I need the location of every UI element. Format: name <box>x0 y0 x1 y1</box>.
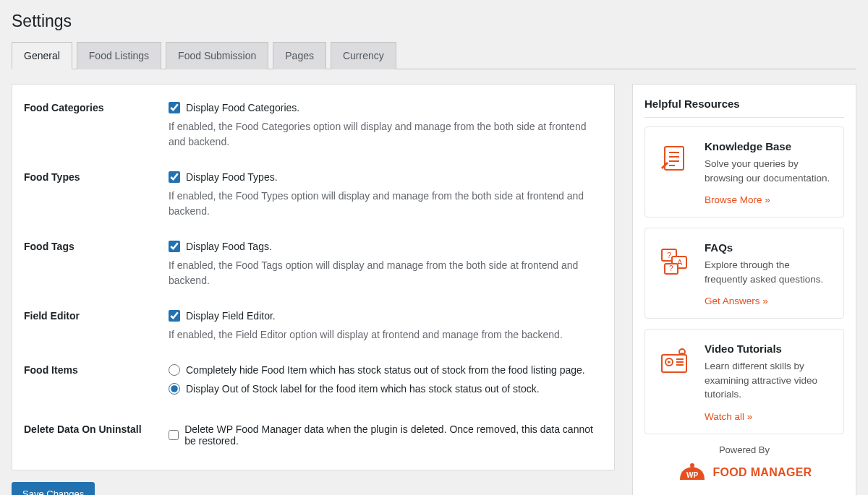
label-food-tags: Food Tags <box>24 241 169 288</box>
card-link-browse-more[interactable]: Browse More » <box>705 194 770 205</box>
radio-label-food-items-label: Display Out of Stock label for the food … <box>186 383 540 395</box>
checkbox-food-tags[interactable] <box>169 241 180 252</box>
label-field-editor: Field Editor <box>24 310 169 343</box>
svg-text:WP: WP <box>686 471 697 479</box>
card-desc: Learn different skills by examining attr… <box>705 359 833 402</box>
tab-pages[interactable]: Pages <box>273 42 326 69</box>
brand-text: FOOD MANAGER <box>713 466 812 479</box>
setting-field-editor: Field Editor Display Field Editor. If en… <box>24 310 595 343</box>
checkbox-label-food-types: Display Food Types. <box>186 171 278 183</box>
card-knowledge-base: Knowledge Base Solve your queries by bro… <box>644 126 844 218</box>
settings-panel: Food Categories Display Food Categories.… <box>12 84 615 470</box>
svg-text:?: ? <box>669 264 673 272</box>
checkbox-food-types[interactable] <box>169 171 180 183</box>
card-link-watch-all[interactable]: Watch all » <box>705 411 752 422</box>
radio-food-items-hide[interactable] <box>169 364 180 376</box>
label-food-categories: Food Categories <box>24 102 169 150</box>
desc-food-types: If enabled, the Food Types option will d… <box>169 189 595 219</box>
checkbox-field-editor[interactable] <box>169 310 180 322</box>
card-video-tutorials: Video Tutorials Learn different skills b… <box>644 329 844 434</box>
checkbox-label-food-tags: Display Food Tags. <box>186 241 272 252</box>
sidebar: Helpful Resources Knowledge Base Solve y… <box>632 84 856 495</box>
desc-food-tags: If enabled, the Food Tags option will di… <box>169 258 595 288</box>
checkbox-delete-data[interactable] <box>169 429 179 441</box>
desc-food-categories: If enabled, the Food Categories option w… <box>169 119 595 150</box>
sidebar-heading: Helpful Resources <box>644 98 844 118</box>
settings-tabs: General Food Listings Food Submission Pa… <box>12 41 856 69</box>
label-delete-data: Delete Data On Uninstall <box>24 423 169 452</box>
radio-label-food-items-hide: Completely hide Food Item which has stoc… <box>186 364 585 376</box>
card-title: Video Tutorials <box>705 343 833 355</box>
brand-badge-icon: WP <box>677 461 707 484</box>
checkbox-label-food-categories: Display Food Categories. <box>186 102 299 113</box>
card-title: FAQs <box>705 241 833 254</box>
tab-currency[interactable]: Currency <box>331 42 396 69</box>
svg-rect-0 <box>665 147 684 170</box>
powered-by-text: Powered By <box>644 444 844 455</box>
label-food-types: Food Types <box>24 171 169 219</box>
svg-point-17 <box>690 463 694 468</box>
card-faqs: ? A ? FAQs Explore through the frequentl… <box>644 228 844 319</box>
checkbox-label-delete-data: Delete WP Food Manager data when the plu… <box>184 423 595 447</box>
document-icon <box>655 140 693 178</box>
brand-logo: WP FOOD MANAGER <box>644 461 844 484</box>
video-icon <box>655 343 693 380</box>
label-food-items: Food Items <box>24 364 169 402</box>
card-desc: Solve your queries by browsing our docum… <box>705 157 833 185</box>
setting-food-tags: Food Tags Display Food Tags. If enabled,… <box>24 241 595 288</box>
card-title: Knowledge Base <box>705 140 833 152</box>
desc-field-editor: If enabled, the Field Editor option will… <box>169 327 595 343</box>
tab-food-listings[interactable]: Food Listings <box>77 42 161 69</box>
chat-icon: ? A ? <box>655 241 693 279</box>
svg-text:?: ? <box>667 251 671 259</box>
tab-food-submission[interactable]: Food Submission <box>166 42 268 69</box>
setting-delete-data: Delete Data On Uninstall Delete WP Food … <box>24 423 595 452</box>
setting-food-items: Food Items Completely hide Food Item whi… <box>24 364 595 402</box>
setting-food-categories: Food Categories Display Food Categories.… <box>24 102 595 150</box>
setting-food-types: Food Types Display Food Types. If enable… <box>24 171 595 219</box>
checkbox-label-field-editor: Display Field Editor. <box>186 310 276 322</box>
radio-food-items-label[interactable] <box>169 383 180 395</box>
checkbox-food-categories[interactable] <box>169 102 180 113</box>
save-changes-button[interactable]: Save Changes <box>12 482 95 495</box>
card-desc: Explore through the frequently asked que… <box>705 258 833 286</box>
page-title: Settings <box>12 12 856 31</box>
card-link-get-answers[interactable]: Get Answers » <box>705 296 768 306</box>
tab-general[interactable]: General <box>12 42 72 69</box>
